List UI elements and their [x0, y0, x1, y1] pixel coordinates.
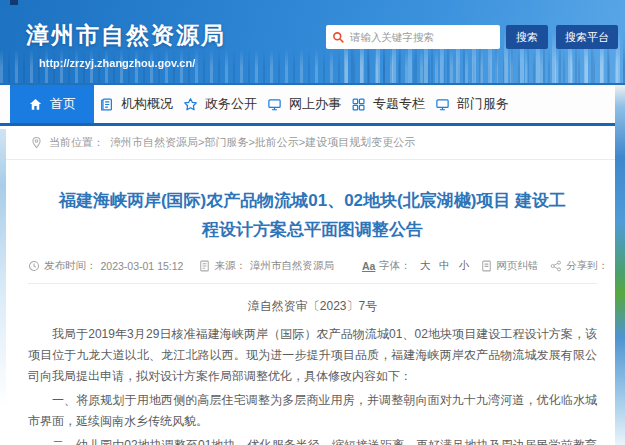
- nav-item-department-services[interactable]: 部门服务: [430, 85, 514, 123]
- font-size-small[interactable]: 小: [459, 259, 470, 273]
- nav-item-gov-info[interactable]: 政务公开: [178, 85, 262, 123]
- share-group: 分享到：: [550, 259, 625, 273]
- breadcrumb-path[interactable]: 漳州市自然资源局>部门服务>批前公示>建设项目规划变更公示: [110, 135, 415, 150]
- home-icon: [28, 97, 43, 112]
- meta-right: Aa 字体： 大 中 小 网页纠错 分享到：: [350, 259, 625, 273]
- search-box[interactable]: [326, 25, 500, 49]
- nav-label: 专题专栏: [373, 95, 425, 113]
- share-icon: [550, 260, 562, 272]
- font-size-control: Aa 字体： 大 中 小: [362, 259, 469, 273]
- site-title: 漳州市自然资源局: [26, 20, 226, 51]
- org-icon: [99, 97, 114, 112]
- site-brand: 漳州市自然资源局 http://zrzyj.zhangzhou.gov.cn/: [26, 20, 226, 69]
- aa-icon: Aa: [362, 260, 375, 272]
- font-label: 字体：: [379, 259, 411, 273]
- monitor-icon: [267, 97, 282, 112]
- window-artifact: [10, 0, 18, 5]
- search-icon: [332, 31, 345, 44]
- source-value: 漳州市自然资源局: [250, 259, 334, 273]
- publish-value: 2023-03-01 15:12: [101, 260, 184, 272]
- document-icon: [199, 260, 210, 272]
- document-number: 漳自然资审〔2023〕7号: [28, 296, 597, 317]
- source: 来源：漳州市自然资源局: [199, 259, 334, 273]
- background-edge-left: [0, 129, 6, 445]
- background-edge-right: [615, 85, 625, 445]
- site-header: 漳州市自然资源局 http://zrzyj.zhangzhou.gov.cn/ …: [0, 0, 625, 85]
- paragraph: 我局于2019年3月29日核准福建海峡两岸（国际）农产品物流城01、02地块项目…: [28, 324, 597, 387]
- main-nav: 首页 机构概况 政务公开 网上办事 专: [0, 85, 625, 126]
- breadcrumb-label: 当前位置：: [49, 135, 104, 150]
- nav-item-home[interactable]: 首页: [10, 85, 94, 123]
- breadcrumb: 当前位置：漳州市自然资源局>部门服务>批前公示>建设项目规划变更公示: [0, 126, 625, 160]
- nav-label: 网上办事: [289, 95, 341, 113]
- monitor-icon: [435, 97, 450, 112]
- share-label: 分享到：: [566, 259, 608, 273]
- header-search: 搜索 搜索平台: [326, 25, 618, 49]
- publish-label: 发布时间：: [44, 259, 97, 273]
- location-pin-icon: [30, 136, 43, 149]
- page-correction-link[interactable]: 网页纠错: [481, 259, 538, 273]
- meta-left: 发布时间：2023-03-01 15:12 来源：漳州市自然资源局: [28, 259, 350, 273]
- search-button[interactable]: 搜索: [506, 25, 548, 49]
- article: 福建海峡两岸(国际)农产品物流城01、02地块(北宸湖樾)项目 建设工程设计方案…: [0, 186, 625, 445]
- nav-item-org[interactable]: 机构概况: [94, 85, 178, 123]
- page-title: 福建海峡两岸(国际)农产品物流城01、02地块(北宸湖樾)项目 建设工程设计方案…: [28, 186, 597, 244]
- article-body: 漳自然资审〔2023〕7号 我局于2019年3月29日核准福建海峡两岸（国际）农…: [28, 296, 597, 445]
- nav-item-online-services[interactable]: 网上办事: [262, 85, 346, 123]
- paragraph: 二、幼儿园由02地块调整至01地块，优化服务半径，缩短接送距离，更好满足地块及周…: [28, 435, 597, 445]
- clock-icon: [28, 260, 40, 272]
- star-icon: [183, 97, 198, 112]
- site-url: http://zrzyj.zhangzhou.gov.cn/: [39, 57, 226, 69]
- paragraph: 一、将原规划于用地西侧的高层住宅调整为多层商业用房，并调整朝向面对九十九湾河道，…: [28, 390, 597, 432]
- nav-item-special-columns[interactable]: 专题专栏: [346, 85, 430, 123]
- correction-label: 网页纠错: [496, 259, 538, 273]
- nav-label: 机构概况: [121, 95, 173, 113]
- search-platform-button[interactable]: 搜索平台: [556, 25, 618, 49]
- grid-icon: [351, 97, 366, 112]
- source-label: 来源：: [214, 259, 246, 273]
- nav-label: 首页: [50, 95, 76, 113]
- search-input[interactable]: [350, 31, 494, 43]
- nav-label: 政务公开: [205, 95, 257, 113]
- nav-label: 部门服务: [457, 95, 509, 113]
- publish-time: 发布时间：2023-03-01 15:12: [28, 259, 183, 273]
- font-size-large[interactable]: 大: [420, 259, 431, 273]
- font-size-medium[interactable]: 中: [439, 259, 450, 273]
- article-meta-bar: 发布时间：2023-03-01 15:12 来源：漳州市自然资源局 Aa 字体：…: [28, 259, 597, 284]
- correction-icon: [481, 260, 492, 272]
